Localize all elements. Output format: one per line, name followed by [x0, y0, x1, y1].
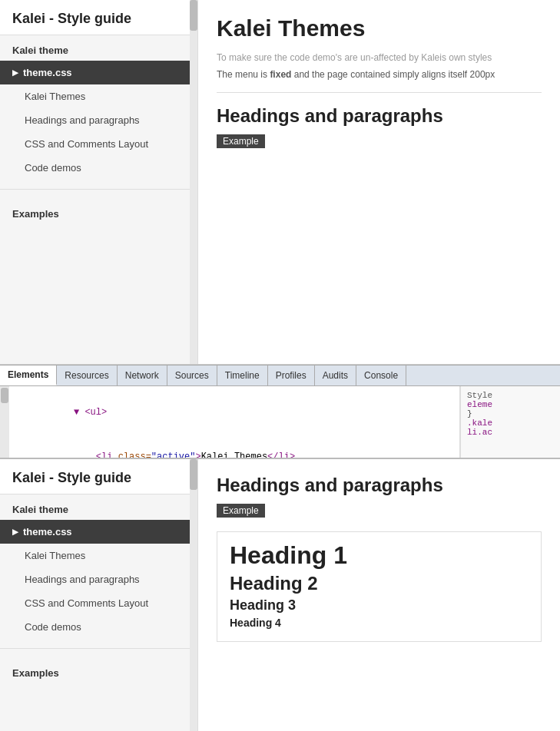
- sidebar-scrollbar-bottom[interactable]: [190, 459, 197, 731]
- main-content-bottom: Headings and paragraphs Example Heading …: [198, 459, 560, 731]
- sidebar-theme-item-bottom[interactable]: ▶ theme.css: [0, 520, 197, 544]
- heading-3: Heading 3: [230, 597, 529, 614]
- headings-preview: Heading 1 Heading 2 Heading 3 Heading 4: [217, 531, 542, 642]
- sidebar-bottom: Kalei - Style guide Kalei theme ▶ theme.…: [0, 459, 198, 731]
- sidebar-nav-item-kalei-themes-bottom[interactable]: Kalei Themes: [0, 544, 197, 567]
- devtools-tab-network-top[interactable]: Network: [118, 366, 167, 385]
- sidebar-nav-item-kalei-themes-top[interactable]: Kalei Themes: [0, 84, 197, 108]
- panel-bottom: Kalei - Style guide Kalei theme ▶ theme.…: [0, 459, 560, 731]
- example-badge-bottom: Example: [217, 504, 265, 518]
- devtools-scrollbar-v-top[interactable]: [0, 386, 9, 458]
- style-line-3-top: .kale: [467, 418, 554, 428]
- section-heading-top: Headings and paragraphs: [217, 105, 542, 127]
- devtools-tab-timeline-top[interactable]: Timeline: [217, 366, 268, 385]
- style-line-1-top: eleme: [467, 400, 554, 409]
- sidebar-top: Kalei - Style guide Kalei theme ▶ theme.…: [0, 0, 198, 364]
- info-prefix: The menu is: [217, 69, 270, 80]
- chevron-right-icon: ▶: [12, 68, 18, 77]
- devtools-panel-top: ▼ <ul> <li class="active">Kalei Themes</…: [0, 386, 560, 459]
- info-suffix: and the page contained simply aligns its…: [291, 69, 495, 80]
- style-line-4-top: li.ac: [467, 428, 554, 437]
- style-label-top: Style: [467, 391, 554, 400]
- sidebar-theme-label-bottom: Kalei theme: [0, 495, 197, 520]
- page-title-top: Kalei Themes: [217, 15, 542, 41]
- sidebar-title-top: Kalei - Style guide: [0, 0, 197, 35]
- sidebar-scrollbar-thumb-top: [190, 0, 197, 31]
- style-line-2-top: }: [467, 409, 554, 418]
- sidebar-scrollbar-thumb-bottom: [190, 459, 197, 490]
- devtools-tab-sources-top[interactable]: Sources: [167, 366, 217, 385]
- devtools-code-top: ▼ <ul> <li class="active">Kalei Themes</…: [9, 386, 460, 458]
- screenshot-container: Kalei - Style guide Kalei theme ▶ theme.…: [0, 0, 560, 731]
- subtitle-top: To make sure the code demo's are un-affe…: [217, 52, 542, 63]
- devtools-tab-audits-top[interactable]: Audits: [315, 366, 356, 385]
- sidebar-examples-label-bottom: Examples: [0, 658, 197, 683]
- sidebar-title-bottom: Kalei - Style guide: [0, 459, 197, 495]
- sidebar-examples-label-top: Examples: [0, 199, 197, 224]
- sidebar-nav-item-headings-top[interactable]: Headings and paragraphs: [0, 108, 197, 132]
- devtools-scrollbar-thumb-top: [1, 388, 8, 403]
- sidebar-nav-item-css-bottom[interactable]: CSS and Comments Layout: [0, 591, 197, 615]
- sidebar-scrollbar-top[interactable]: [190, 0, 197, 364]
- sidebar-nav-item-headings-bottom[interactable]: Headings and paragraphs: [0, 567, 197, 591]
- sidebar-nav-top: Kalei Themes Headings and paragraphs CSS…: [0, 84, 197, 180]
- chevron-right-icon-bottom: ▶: [12, 528, 18, 536]
- sidebar-nav-bottom: Kalei Themes Headings and paragraphs CSS…: [0, 544, 197, 639]
- heading-1: Heading 1: [230, 541, 529, 570]
- info-bold: fixed: [270, 69, 291, 80]
- devtools-tab-console-top[interactable]: Console: [356, 366, 406, 385]
- devtools-tab-profiles-top[interactable]: Profiles: [268, 366, 315, 385]
- heading-2: Heading 2: [230, 573, 529, 594]
- info-text-top: The menu is fixed and the page contained…: [217, 69, 542, 80]
- sidebar-nav-item-css-top[interactable]: CSS and Comments Layout: [0, 132, 197, 156]
- example-badge-top: Example: [217, 134, 265, 148]
- devtools-styles-top: Style eleme } .kale li.ac: [460, 386, 560, 458]
- sidebar-theme-label-top: Kalei theme: [0, 35, 197, 61]
- sidebar-nav-item-code-top[interactable]: Code demos: [0, 156, 197, 180]
- devtools-tab-elements-top[interactable]: Elements: [0, 366, 57, 385]
- panel-top: Kalei - Style guide Kalei theme ▶ theme.…: [0, 0, 560, 365]
- sidebar-theme-item-top[interactable]: ▶ theme.css: [0, 61, 197, 84]
- code-line-1-top: <li class="active">Kalei Themes</li>: [18, 452, 295, 458]
- devtools-tab-resources-top[interactable]: Resources: [57, 366, 117, 385]
- code-line-0-top: ▼ <ul>: [18, 407, 107, 432]
- main-content-top: Kalei Themes To make sure the code demo'…: [198, 0, 560, 364]
- section-heading-bottom: Headings and paragraphs: [217, 475, 542, 496]
- heading-4: Heading 4: [230, 617, 529, 629]
- devtools-bar-top: Elements Resources Network Sources Timel…: [0, 365, 560, 386]
- sidebar-nav-item-code-bottom[interactable]: Code demos: [0, 615, 197, 639]
